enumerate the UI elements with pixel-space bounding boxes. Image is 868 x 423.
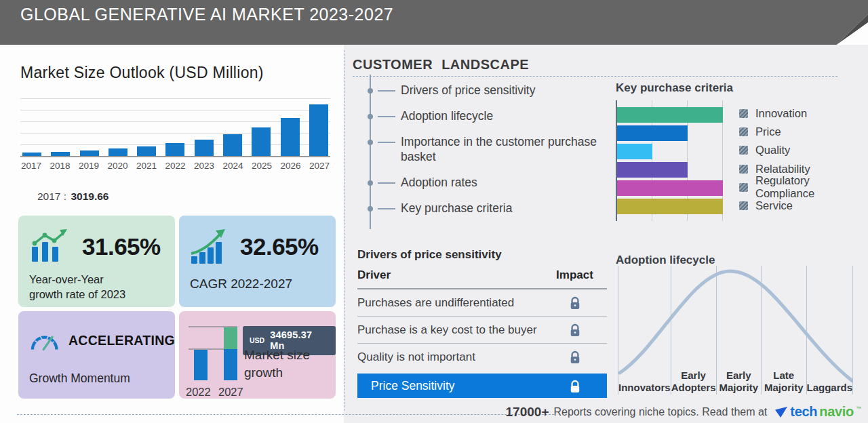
- footer: 17000+ Reports covering niche topics. Re…: [506, 404, 861, 420]
- landscape-item: Key purchase criteria: [371, 201, 605, 216]
- customer-landscape-section: CUSTOMER LANDSCAPE Drivers of price sens…: [344, 45, 868, 423]
- market-size-chart: 2017201820192020202120222023202420252026…: [20, 96, 330, 171]
- bar-2022: [165, 143, 184, 156]
- legend-label: Regulatory Compliance: [755, 174, 868, 200]
- momentum-label: Growth Momentum: [18, 356, 175, 386]
- criteria-bars: [617, 107, 723, 214]
- bar-2019: [80, 150, 99, 156]
- impact-column-header: Impact: [542, 268, 607, 282]
- market-outlook-section: Market Size Outlook (USD Million) 201720…: [0, 45, 344, 423]
- year-label: 2019: [78, 161, 100, 171]
- driver-label: Purchase is a key cost to the buyer: [357, 323, 537, 337]
- lifecycle-stage: LateMajority: [761, 266, 806, 395]
- lifecycle-stage: EarlyMajority: [716, 266, 761, 395]
- stage-label: LateMajority: [764, 369, 804, 395]
- purchase-criteria-title: Key purchase criteria: [616, 81, 733, 95]
- growth-momentum-card: ACCELERATING Growth Momentum: [18, 311, 175, 399]
- legend-marker-icon: [739, 109, 748, 118]
- footer-dashed-line: [17, 414, 554, 415]
- lifecycle-stage: EarlyAdopters: [671, 266, 716, 395]
- criteria-chart: [616, 100, 723, 221]
- technavio-arrow-icon: [774, 406, 788, 418]
- report-count: 17000+: [506, 405, 549, 420]
- technavio-logo[interactable]: technavio ™: [774, 404, 861, 420]
- bar-2027: [309, 104, 328, 156]
- growth-label: Market size growth: [244, 346, 336, 381]
- year-label: 2025: [251, 161, 273, 171]
- year-label: 2023: [193, 161, 215, 171]
- customer-landscape-list: Drivers of price sensitivityAdoption lif…: [370, 75, 605, 229]
- customer-landscape-title: CUSTOMER LANDSCAPE: [353, 57, 529, 73]
- currency-label: USD: [250, 336, 264, 344]
- impact-cell: [542, 350, 607, 364]
- drivers-table-header: Driver Impact: [357, 268, 607, 289]
- lock-icon: [570, 296, 580, 310]
- header-bar: GLOBAL GENERATIVE AI MARKET 2023-2027: [0, 0, 868, 45]
- criteria-bar-relatability: [617, 162, 688, 178]
- yoy-label: Year-over-Year growth rate of 2023: [18, 264, 175, 302]
- yoy-value: 31.65%: [82, 233, 161, 260]
- criteria-bar-innovation: [617, 107, 723, 123]
- criteria-legend: InnovationPriceQualityRelatabilityRegula…: [739, 104, 868, 215]
- cagr-label: CAGR 2022-2027: [179, 264, 336, 292]
- bar-2017: [22, 153, 41, 156]
- year-label: 2022: [165, 161, 186, 171]
- year-label: 2020: [107, 161, 129, 171]
- driver-label: Quality is not important: [357, 350, 475, 364]
- year-label: 2021: [136, 161, 157, 171]
- market-size-plot: [20, 96, 330, 157]
- lifecycle-title: Adoption lifecycle: [616, 254, 715, 267]
- trademark-symbol: ™: [856, 405, 861, 411]
- logo-part-tech: tech: [790, 404, 817, 420]
- page-title: GLOBAL GENERATIVE AI MARKET 2023-2027: [20, 5, 393, 24]
- bar-2024: [223, 134, 242, 156]
- cagr-value: 32.65%: [240, 233, 319, 260]
- legend-label: Relatability: [755, 163, 810, 176]
- lifecycle-chart: InnovatorsEarlyAdoptersEarlyMajorityLate…: [618, 266, 853, 395]
- driver-column-header: Driver: [357, 268, 391, 282]
- bar-2020: [108, 148, 127, 156]
- bar-trend-icon: [29, 229, 73, 264]
- landscape-item: Adoption rates: [371, 175, 605, 190]
- lock-icon: [570, 350, 580, 364]
- year-label: 2024: [222, 161, 244, 171]
- stat-cards: 31.65% Year-over-Year growth rate of 202…: [18, 216, 336, 399]
- logo-part-navio: navio: [819, 404, 854, 420]
- drivers-title: Drivers of price sensitivity: [357, 248, 502, 262]
- stage-label: EarlyAdopters: [671, 369, 716, 395]
- lock-icon: [570, 380, 580, 393]
- criteria-bar-service: [617, 199, 723, 214]
- vertical-dashed-divider: [344, 50, 344, 411]
- callout-separator: :: [64, 190, 70, 202]
- legend-marker-icon: [739, 201, 748, 210]
- cagr-card: 32.65% CAGR 2022-2027: [179, 216, 336, 307]
- legend-marker-icon: [739, 183, 748, 192]
- legend-label: Service: [755, 199, 793, 212]
- year-label: 2027: [309, 161, 330, 171]
- rising-bars-icon: [190, 229, 231, 264]
- price-sensitivity-row: Price Sensitivity: [357, 374, 607, 398]
- value-callout: 2017 : 3019.66: [37, 190, 108, 203]
- growth-mini-years: 2022 2027: [184, 386, 241, 399]
- growth-mini-chart: 2022 2027: [184, 319, 241, 399]
- landscape-item: Importance in the customer purchase bask…: [371, 134, 605, 165]
- driver-row: Purchases are undifferentiated: [357, 289, 607, 317]
- impact-cell: [542, 323, 607, 337]
- legend-marker-icon: [739, 165, 748, 174]
- market-size-years: 2017201820192020202120222023202420252026…: [20, 157, 330, 171]
- year-label: 2018: [50, 161, 71, 171]
- lock-icon: [570, 323, 580, 337]
- bar-2025: [252, 127, 271, 156]
- market-size-growth-card: 2022 2027 USD 34695.37 Mn Market size gr…: [179, 311, 336, 399]
- landscape-item: Drivers of price sensitivity: [371, 83, 605, 98]
- driver-row: Quality is not important: [357, 344, 607, 370]
- price-sensitivity-label: Price Sensitivity: [371, 379, 455, 393]
- criteria-bar-regulatory-compliance: [617, 180, 723, 196]
- stage-label: EarlyMajority: [719, 369, 759, 395]
- impact-cell: [542, 296, 607, 310]
- legend-label: Innovation: [755, 107, 807, 120]
- lifecycle-stage: Laggards: [806, 266, 854, 395]
- criteria-bar-quality: [617, 144, 652, 159]
- market-outlook-title: Market Size Outlook (USD Million): [20, 64, 264, 82]
- legend-label: Quality: [755, 144, 790, 157]
